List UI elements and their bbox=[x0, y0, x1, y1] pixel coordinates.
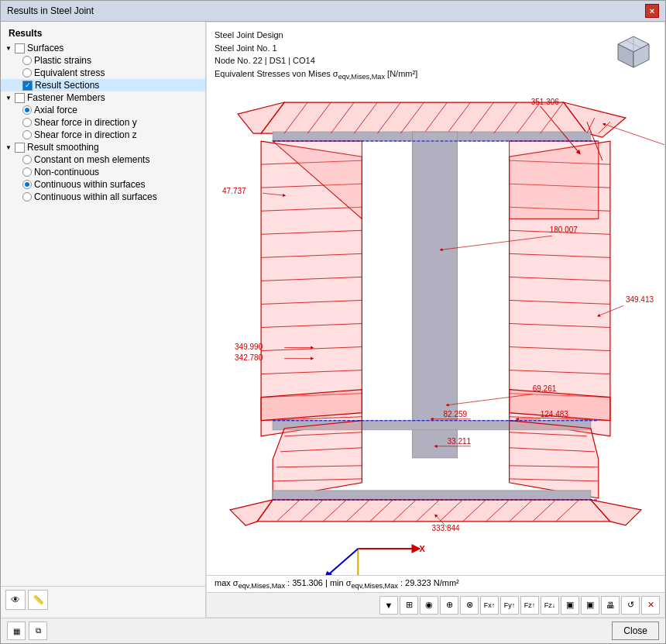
label-shear-z: Shear force in direction z bbox=[34, 129, 137, 140]
svg-marker-68 bbox=[257, 500, 610, 522]
info-line2: Steel Joint No. 1 bbox=[215, 42, 417, 55]
radio-constant-mesh[interactable] bbox=[22, 155, 32, 164]
label-result-smoothing: Result smoothing bbox=[27, 142, 99, 153]
sidebar-item-equivalent-stress[interactable]: Equivalent stress bbox=[1, 67, 205, 79]
bottom-left-tools: ▦ ⧉ bbox=[7, 622, 47, 640]
label-349-413: 349.413 bbox=[626, 295, 654, 304]
radio-axial-force[interactable] bbox=[22, 105, 32, 115]
plus-circle-btn[interactable]: ⊕ bbox=[440, 596, 458, 615]
fy-btn[interactable]: Fy↑ bbox=[500, 596, 519, 615]
sidebar-item-continuous-all[interactable]: Continuous within all surfaces bbox=[1, 191, 205, 203]
radio-continuous-all[interactable] bbox=[22, 192, 32, 201]
box2-btn[interactable]: ▣ bbox=[581, 596, 599, 615]
sidebar-item-plastic-strains[interactable]: Plastic strains bbox=[1, 54, 205, 67]
expand-arrow-fastener: ▼ bbox=[4, 93, 13, 102]
radio-non-continuous[interactable] bbox=[22, 167, 32, 177]
sidebar-item-result-smoothing[interactable]: ▼ Result smoothing bbox=[1, 141, 205, 153]
sidebar-item-axial-force[interactable]: Axial force bbox=[1, 104, 205, 116]
sidebar-item-continuous-within[interactable]: Continuous within surfaces bbox=[1, 178, 205, 191]
window-title: Results in Steel Joint bbox=[7, 5, 94, 16]
svg-text:X: X bbox=[419, 544, 425, 553]
label-continuous-all: Continuous within all surfaces bbox=[34, 191, 157, 202]
label-342-780: 342.780 bbox=[235, 353, 263, 362]
label-continuous-within: Continuous within surfaces bbox=[34, 179, 145, 190]
label-non-continuous: Non-continuous bbox=[34, 167, 99, 177]
clear-btn[interactable]: ✕ bbox=[641, 596, 660, 615]
refresh-btn[interactable]: ↺ bbox=[621, 596, 640, 615]
ruler-button[interactable]: 📏 bbox=[28, 590, 48, 610]
label-plastic-strains: Plastic strains bbox=[34, 55, 91, 66]
print-btn[interactable]: 🖶 bbox=[601, 596, 620, 615]
3d-cube-icon[interactable] bbox=[610, 29, 657, 75]
label-shear-y: Shear force in direction y bbox=[34, 117, 137, 128]
window-close-button[interactable]: × bbox=[645, 4, 659, 18]
label-82: 82.259 bbox=[444, 410, 468, 418]
x-circle-btn[interactable]: ⊗ bbox=[460, 596, 479, 615]
label-69: 69.261 bbox=[533, 384, 557, 393]
checkbox-fastener-members[interactable] bbox=[15, 93, 25, 103]
label-result-sections: Result Sections bbox=[35, 80, 99, 91]
radio-equivalent-stress[interactable] bbox=[22, 68, 32, 77]
label-351: 351.306 bbox=[531, 98, 560, 106]
label-axial-force: Axial force bbox=[34, 105, 77, 115]
svg-marker-57 bbox=[273, 421, 362, 498]
sidebar-header: Results bbox=[1, 26, 205, 42]
expand-arrow-smoothing: ▼ bbox=[4, 143, 13, 152]
sidebar-item-shear-y[interactable]: Shear force in direction y bbox=[1, 116, 205, 129]
radio-continuous-within[interactable] bbox=[22, 180, 32, 189]
info-line3: Node No. 22 | DS1 | CO14 bbox=[215, 54, 417, 67]
fz-down-btn[interactable]: Fz↓ bbox=[541, 596, 559, 615]
svg-marker-58 bbox=[510, 421, 599, 498]
sidebar-item-result-sections[interactable]: ✓ Result Sections bbox=[1, 79, 205, 91]
sidebar-tools: 👁 📏 bbox=[1, 586, 205, 613]
label-fastener-members: Fastener Members bbox=[27, 92, 105, 103]
radio-shear-y[interactable] bbox=[22, 118, 32, 127]
label-180: 180.007 bbox=[550, 226, 578, 234]
main-content: Results ▼ Surfaces Plastic strains Equiv… bbox=[1, 22, 665, 618]
svg-marker-7 bbox=[261, 102, 587, 133]
viewport-toolbar: ▼ ⊞ ◉ ⊕ ⊗ Fx↑ Fy↑ Fz↑ Fz↓ ▣ ▣ 🖶 ↺ ✕ bbox=[207, 592, 664, 617]
checkbox-result-smoothing[interactable] bbox=[15, 143, 25, 153]
viewport-info: Steel Joint Design Steel Joint No. 1 Nod… bbox=[215, 29, 417, 82]
checkbox-result-sections[interactable]: ✓ bbox=[22, 81, 33, 91]
svg-line-105 bbox=[327, 549, 358, 576]
circle-btn[interactable]: ◉ bbox=[420, 596, 438, 615]
sidebar-item-constant-mesh[interactable]: Constant on mesh elements bbox=[1, 153, 205, 166]
label-surfaces: Surfaces bbox=[27, 43, 64, 53]
eye-button[interactable]: 👁 bbox=[5, 590, 26, 610]
sidebar: Results ▼ Surfaces Plastic strains Equiv… bbox=[1, 22, 206, 618]
info-line1: Steel Joint Design bbox=[215, 29, 417, 42]
bottom-btn-2[interactable]: ⧉ bbox=[29, 622, 47, 640]
bottom-bar: ▦ ⧉ Close bbox=[1, 618, 665, 643]
label-33: 33.211 bbox=[448, 437, 472, 446]
radio-plastic-strains[interactable] bbox=[22, 56, 32, 65]
info-line4: Equivalent Stresses von Mises σeqv,Mises… bbox=[215, 67, 417, 83]
steel-joint-visualization: 351.306 186.848 47.737 180.007 349.413 3… bbox=[207, 22, 664, 617]
label-349-990: 349.990 bbox=[235, 343, 263, 351]
sidebar-item-non-continuous[interactable]: Non-continuous bbox=[1, 166, 205, 178]
expand-arrow-surfaces: ▼ bbox=[4, 43, 13, 53]
sidebar-item-surfaces[interactable]: ▼ Surfaces bbox=[1, 42, 205, 54]
label-equivalent-stress: Equivalent stress bbox=[34, 67, 105, 78]
fx-btn[interactable]: Fx↑ bbox=[480, 596, 499, 615]
label-333: 333.844 bbox=[431, 524, 460, 532]
sidebar-item-fastener-members[interactable]: ▼ Fastener Members bbox=[1, 91, 205, 104]
bottom-btn-1[interactable]: ▦ bbox=[7, 622, 26, 640]
sidebar-item-shear-z[interactable]: Shear force in direction z bbox=[1, 129, 205, 141]
fz-btn[interactable]: Fz↑ bbox=[520, 596, 539, 615]
radio-shear-z[interactable] bbox=[22, 130, 32, 139]
main-window: Results in Steel Joint × Results ▼ Surfa… bbox=[0, 0, 666, 644]
label-47: 47.737 bbox=[222, 187, 246, 195]
checkbox-surfaces[interactable] bbox=[15, 43, 25, 53]
status-text: max σeqv,Mises,Max : 351.306 | min σeqv,… bbox=[215, 578, 459, 590]
grid-btn[interactable]: ⊞ bbox=[400, 596, 418, 615]
box1-btn[interactable]: ▣ bbox=[561, 596, 579, 615]
label-124: 124.483 bbox=[541, 410, 569, 418]
svg-marker-56 bbox=[510, 141, 599, 219]
dropdown-btn[interactable]: ▼ bbox=[379, 596, 398, 615]
viewport: Steel Joint Design Steel Joint No. 1 Nod… bbox=[206, 22, 665, 618]
close-button[interactable]: Close bbox=[612, 622, 659, 640]
svg-rect-67 bbox=[273, 491, 591, 500]
status-bar: max σeqv,Mises,Max : 351.306 | min σeqv,… bbox=[207, 575, 664, 592]
label-constant-mesh: Constant on mesh elements bbox=[34, 154, 149, 165]
